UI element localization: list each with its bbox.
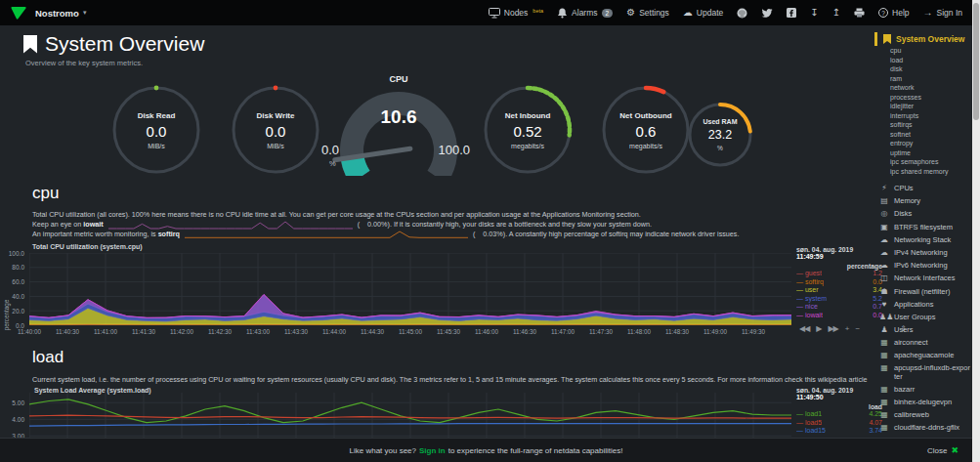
sidebar-subitem[interactable]: entropy <box>874 139 972 148</box>
cpu-gauge[interactable]: CPU 10.6 0.0 100.0 % <box>325 74 472 180</box>
gear-icon: ⚙ <box>626 8 635 18</box>
softirq-sparkline[interactable] <box>185 231 468 239</box>
sidebar-section-item[interactable]: ♥ Applications <box>874 298 972 311</box>
cpu-chart[interactable] <box>29 253 791 325</box>
grid-icon: ▦ <box>879 410 889 419</box>
used-ram-gauge[interactable]: Used RAM 23.2 % <box>685 100 755 170</box>
gauge-min: 0.0 <box>321 143 370 157</box>
sidebar-section-item[interactable]: ♟ Users <box>874 323 972 336</box>
sidebar-app-item[interactable]: ▦ cloudflare-ddns-gflix <box>874 421 972 434</box>
settings-label: Settings <box>639 8 669 18</box>
alarms-label: Alarms <box>572 8 597 18</box>
nodes-button[interactable]: Nodes beta <box>489 8 543 19</box>
load-chart[interactable] <box>29 393 791 438</box>
x-axis-tick: 11:40:00 <box>14 328 45 335</box>
x-axis-tick: 11:41:30 <box>128 328 159 335</box>
close-button[interactable]: Close ✖ <box>927 445 959 455</box>
y-axis-tick: 4.00 <box>12 416 24 423</box>
sidebar-subitem[interactable]: load <box>874 56 972 65</box>
sidebar-app-item[interactable]: ▦ bazarr <box>874 383 972 396</box>
sidebar-app-item[interactable]: ▦ binhex-delugevpn <box>874 396 972 408</box>
sidebar-section-item[interactable]: ♟♟ User Groups <box>874 311 972 323</box>
y-axis-tick: 60.0 <box>12 278 24 285</box>
net-inbound-gauge[interactable]: Net Inbound 0.52 megabits/s <box>481 83 575 177</box>
wikipedia-link[interactable]: this wikipedia article <box>805 375 868 384</box>
sidebar-subitem[interactable]: ipc semaphores <box>874 157 972 167</box>
sidebar-section-item[interactable]: ▣ BTRFS filesystem <box>874 221 972 233</box>
facebook-button[interactable] <box>787 8 796 18</box>
sidebar-app-item[interactable]: ▦ calibreweb <box>874 408 972 421</box>
print-button[interactable] <box>854 8 865 18</box>
footer-text: to experience the full-range of netdata … <box>448 446 623 455</box>
alarms-button[interactable]: Alarms 2 <box>557 8 613 19</box>
pan-right-icon[interactable]: ▶▶ <box>828 324 837 333</box>
cpu-chart-title: Total CPU utilization (system.cpu) <box>32 243 143 250</box>
sidebar-subitem[interactable]: uptime <box>874 148 972 158</box>
pan-left-icon[interactable]: ◀◀ <box>799 324 809 333</box>
bolt-icon: ⚡ <box>879 184 889 192</box>
sidebar-subitem[interactable]: softirqs <box>874 120 972 130</box>
sidebar-app-item[interactable]: ▦ apacheguacamole <box>874 349 972 361</box>
scrollbar[interactable] <box>972 0 980 462</box>
hdd-icon: ◎ <box>879 209 889 218</box>
zoom-in-icon[interactable]: + <box>845 324 849 333</box>
iowait-sparkline[interactable] <box>108 221 353 230</box>
sidebar-subitem[interactable]: cpu <box>874 46 972 56</box>
disk-write-gauge[interactable]: Disk Write 0.0 MiB/s <box>229 83 322 177</box>
sidebar-section-item[interactable]: ◎ Disks <box>874 207 972 220</box>
sidebar-section-item[interactable]: ▤ Memory <box>874 194 972 207</box>
export-snapshot-button[interactable]: ↥ <box>832 8 840 18</box>
gauge-unit: MiB/s <box>148 143 165 149</box>
x-axis-tick: 11:46:00 <box>471 328 502 335</box>
y-axis-tick: 40.0 <box>12 293 24 300</box>
sidebar-section-item[interactable]: ☗ Firewall (netfilter) <box>874 285 972 298</box>
play-icon[interactable]: ▶ <box>816 324 821 333</box>
footer-text: Like what you see? <box>350 446 417 455</box>
sidebar-subitem[interactable]: idlejitter <box>874 102 972 111</box>
github-button[interactable] <box>737 8 747 19</box>
gauge-title: Used RAM <box>703 118 737 125</box>
help-button[interactable]: ? Help <box>878 8 909 18</box>
sidebar-section-item[interactable]: ☁ Networking Stack <box>874 233 972 246</box>
sidebar-subitem[interactable]: ipc shared memory <box>874 167 972 177</box>
sidebar-section-item[interactable]: ◫ Network Interfaces <box>874 272 972 284</box>
sidebar-subitem[interactable]: ram <box>874 74 972 84</box>
net-outbound-gauge[interactable]: Net Outbound 0.6 megabits/s <box>599 83 693 177</box>
scrollbar-thumb[interactable] <box>973 3 979 120</box>
sidebar-subitem[interactable]: processes <box>874 93 972 103</box>
sitemap-icon: ◫ <box>879 273 889 282</box>
sidebar-app-item[interactable]: ▦ apcupsd-influxdb-exporter <box>874 361 972 383</box>
bookmark-icon <box>883 34 891 44</box>
sidebar: System Overview cpuloaddiskramnetworkpro… <box>869 25 972 438</box>
settings-button[interactable]: ⚙ Settings <box>626 8 669 18</box>
sidebar-item-system-overview[interactable]: System Overview <box>874 32 972 46</box>
footer-signin-link[interactable]: Sign in <box>419 446 446 455</box>
sidebar-subitem[interactable]: disk <box>874 64 972 74</box>
grid-icon: ▦ <box>879 423 889 432</box>
hostname-dropdown[interactable]: Nostromo ▾ <box>35 8 86 19</box>
update-button[interactable]: ☁ Update <box>683 8 723 18</box>
twitter-button[interactable] <box>761 8 773 18</box>
y-axis-tick: 80.0 <box>12 264 24 271</box>
close-icon: ✖ <box>951 445 959 455</box>
sidebar-section-item[interactable]: ⚡ CPUs <box>874 182 972 194</box>
zoom-out-icon[interactable]: − <box>855 324 859 333</box>
disk-read-gauge[interactable]: Disk Read 0.0 MiB/s <box>109 83 203 177</box>
sidebar-subitem[interactable]: network <box>874 83 972 93</box>
netdata-logo-icon[interactable] <box>10 6 27 21</box>
x-axis-tick: 11:46:30 <box>509 328 540 335</box>
y-axis-tick: 20.0 <box>12 308 24 315</box>
download-icon: ↧ <box>810 8 818 18</box>
signin-label: Sign In <box>937 8 962 18</box>
import-snapshot-button[interactable]: ↧ <box>810 8 818 18</box>
signin-button[interactable]: → Sign In <box>923 8 962 18</box>
x-axis-tick: 11:41:00 <box>90 328 121 335</box>
sidebar-section-item[interactable]: ☁ IPv4 Networking <box>874 246 972 259</box>
sidebar-subitem[interactable]: interrupts <box>874 111 972 121</box>
sidebar-section-item[interactable]: ☁ IPv6 Networking <box>874 259 972 272</box>
shield-icon: ☗ <box>879 287 889 296</box>
bookmark-icon <box>23 35 37 54</box>
x-axis-tick: 11:45:00 <box>395 328 426 335</box>
sidebar-subitem[interactable]: softnet <box>874 130 972 140</box>
sidebar-app-item[interactable]: ▦ airconnect <box>874 336 972 349</box>
